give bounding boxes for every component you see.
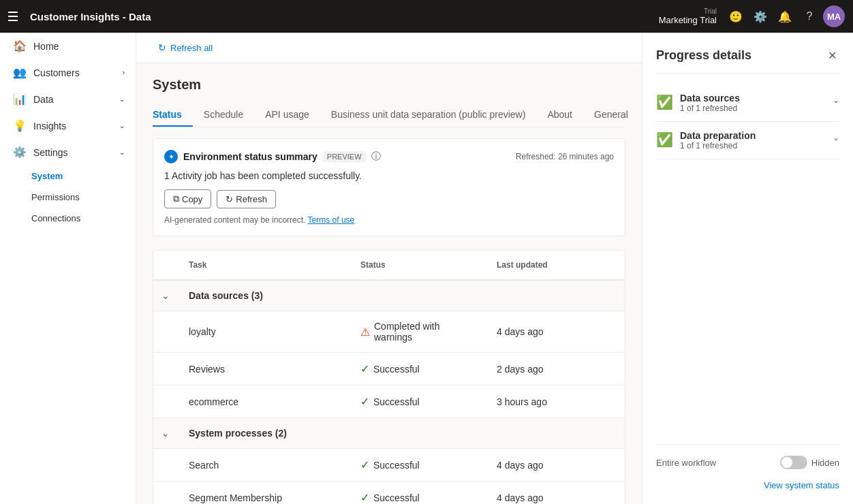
copy-icon: ⧉ bbox=[173, 193, 179, 204]
task-search: Search bbox=[181, 457, 352, 473]
disclaimer-content: AI-generated content may be incorrect. bbox=[164, 215, 305, 225]
settings-nav-icon: ⚙️ bbox=[13, 146, 27, 159]
status-ecommerce: ✓ Successful bbox=[352, 392, 488, 411]
help-icon[interactable]: ? bbox=[798, 5, 820, 27]
group-system-processes[interactable]: ⌄ System processes (2) bbox=[153, 418, 625, 449]
progress-sub-sources: 1 of 1 refreshed bbox=[680, 104, 826, 113]
status-title: Environment status summary bbox=[183, 151, 317, 162]
refresh-icon: ↻ bbox=[158, 42, 166, 53]
table-row: Search ✓ Successful 4 days ago bbox=[153, 449, 625, 482]
group-expand-sys-icon[interactable]: ⌄ bbox=[153, 425, 181, 441]
table-header: Task Status Last updated bbox=[153, 251, 625, 281]
chevron-sources[interactable]: ⌄ bbox=[833, 95, 839, 105]
panel-header: Progress details ✕ bbox=[656, 46, 839, 74]
status-text-loyalty: Completed with warnings bbox=[374, 321, 480, 343]
sidebar-item-data[interactable]: 📊 Data ⌄ bbox=[0, 86, 136, 112]
workflow-toggle[interactable] bbox=[780, 456, 807, 469]
sidebar-subitem-connections[interactable]: Connections bbox=[0, 208, 136, 229]
sidebar-label-home: Home bbox=[33, 41, 59, 52]
col-task: Task bbox=[181, 257, 352, 272]
success-icon: ✓ bbox=[360, 362, 369, 375]
col-status: Status bbox=[352, 257, 488, 272]
updated-segment: 4 days ago bbox=[488, 490, 625, 505]
sidebar-subitem-system[interactable]: System bbox=[0, 166, 136, 187]
insights-icon: 💡 bbox=[13, 119, 27, 132]
copy-button[interactable]: ⧉ Copy bbox=[164, 189, 211, 208]
sidebar-subitem-permissions[interactable]: Permissions bbox=[0, 187, 136, 208]
avatar[interactable]: MA bbox=[823, 5, 845, 27]
progress-name-prep: Data preparation bbox=[680, 130, 826, 141]
env-status-icon: ✦ bbox=[164, 150, 178, 163]
system-section: System Status Schedule API usage Busines… bbox=[136, 63, 642, 504]
tab-about[interactable]: About bbox=[536, 104, 583, 127]
grid-menu-icon[interactable] bbox=[8, 10, 19, 22]
notification-icon[interactable]: 🔔 bbox=[774, 5, 796, 27]
sidebar-label-customers: Customers bbox=[33, 67, 80, 78]
updated-loyalty: 4 days ago bbox=[488, 324, 625, 340]
tab-general[interactable]: General bbox=[583, 104, 639, 127]
insights-chevron: ⌄ bbox=[119, 122, 125, 129]
toggle-knob bbox=[781, 457, 792, 468]
success-icon: ✓ bbox=[360, 458, 369, 471]
disclaimer-text: AI-generated content may be incorrect. T… bbox=[164, 215, 614, 225]
tab-status[interactable]: Status bbox=[153, 104, 193, 127]
sidebar-label-insights: Insights bbox=[33, 121, 66, 131]
view-system-status-link[interactable]: View system status bbox=[656, 480, 839, 490]
info-icon[interactable]: ⓘ bbox=[371, 151, 381, 163]
sidebar-item-home[interactable]: 🏠 Home bbox=[0, 33, 136, 59]
data-chevron: ⌄ bbox=[119, 95, 125, 103]
col-expand bbox=[153, 257, 181, 272]
table-row: Reviews ✓ Successful 2 days ago bbox=[153, 353, 625, 385]
progress-item-sources: ✅ Data sources 1 of 1 refreshed ⌄ bbox=[656, 84, 839, 122]
progress-name-sources: Data sources bbox=[680, 93, 826, 104]
task-ecommerce: ecommerce bbox=[181, 394, 352, 410]
tab-api-usage[interactable]: API usage bbox=[254, 104, 320, 127]
progress-info-prep: Data preparation 1 of 1 refreshed bbox=[680, 130, 826, 151]
main-layout: 🏠 Home 👥 Customers › 📊 Data ⌄ 💡 Insights… bbox=[0, 33, 853, 504]
toggle-group: Hidden bbox=[780, 456, 839, 469]
main-content: ↻ Refresh all System Status Schedule API… bbox=[136, 33, 642, 504]
check-icon-prep: ✅ bbox=[656, 131, 673, 148]
progress-info-sources: Data sources 1 of 1 refreshed bbox=[680, 93, 826, 113]
group-expand-icon[interactable]: ⌄ bbox=[153, 287, 181, 304]
terms-link[interactable]: Terms of use bbox=[308, 215, 355, 225]
preview-badge: PREVIEW bbox=[323, 151, 366, 162]
sidebar-item-settings[interactable]: ⚙️ Settings ⌄ bbox=[0, 139, 136, 166]
status-message: 1 Activity job has been completed succes… bbox=[164, 170, 614, 181]
refresh-bar: ↻ Refresh all bbox=[136, 33, 642, 63]
progress-sub-prep: 1 of 1 refreshed bbox=[680, 141, 826, 151]
col-last-updated: Last updated bbox=[488, 257, 625, 272]
status-text-ecommerce: Successful bbox=[373, 396, 420, 407]
task-reviews: Reviews bbox=[181, 361, 352, 377]
task-table: Task Status Last updated ⌄ Data sources … bbox=[153, 250, 625, 504]
sidebar-item-customers[interactable]: 👥 Customers › bbox=[0, 59, 136, 86]
permissions-label: Permissions bbox=[31, 192, 80, 202]
table-row: loyalty ⚠ Completed with warnings 4 days… bbox=[153, 311, 625, 353]
smiley-icon[interactable]: 🙂 bbox=[725, 5, 747, 27]
updated-reviews: 2 days ago bbox=[488, 361, 625, 377]
chevron-prep[interactable]: ⌄ bbox=[833, 133, 839, 142]
tab-schedule[interactable]: Schedule bbox=[193, 104, 254, 127]
tab-business-unit[interactable]: Business unit data separation (public pr… bbox=[320, 104, 537, 127]
sidebar-item-insights[interactable]: 💡 Insights ⌄ bbox=[0, 112, 136, 139]
status-text-reviews: Successful bbox=[373, 364, 420, 375]
panel-title: Progress details bbox=[656, 48, 751, 63]
group-data-sources[interactable]: ⌄ Data sources (3) bbox=[153, 281, 625, 311]
status-segment: ✓ Successful bbox=[352, 488, 488, 504]
table-row: Segment Membership ✓ Successful 4 days a… bbox=[153, 482, 625, 504]
check-icon-sources: ✅ bbox=[656, 94, 673, 110]
content-area: ↻ Refresh all System Status Schedule API… bbox=[136, 33, 853, 504]
refresh-status-label: Refresh bbox=[236, 194, 267, 204]
refresh-all-button[interactable]: ↻ Refresh all bbox=[153, 40, 218, 56]
refresh-status-button[interactable]: ↻ Refresh bbox=[217, 190, 276, 208]
topbar: Customer Insights - Data Trial Marketing… bbox=[0, 0, 853, 33]
system-label: System bbox=[31, 171, 63, 181]
settings-icon[interactable]: ⚙️ bbox=[749, 5, 771, 27]
refresh-all-label: Refresh all bbox=[170, 43, 213, 53]
status-search: ✓ Successful bbox=[352, 456, 488, 474]
close-panel-button[interactable]: ✕ bbox=[825, 46, 839, 65]
progress-panel: Progress details ✕ ✅ Data sources 1 of 1… bbox=[642, 33, 853, 504]
task-segment: Segment Membership bbox=[181, 490, 352, 505]
page-title: System bbox=[153, 77, 625, 93]
topbar-right: Trial Marketing Trial 🙂 ⚙️ 🔔 ? MA bbox=[659, 5, 845, 27]
